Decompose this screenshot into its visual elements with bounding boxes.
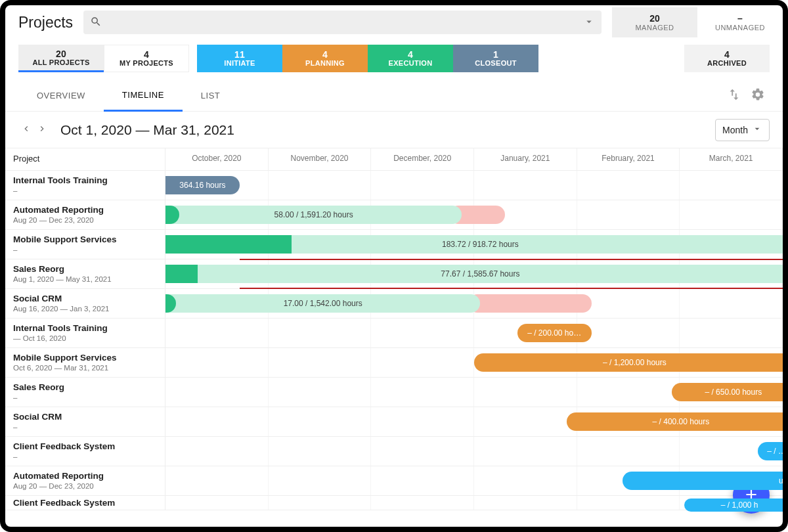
gantt-bar[interactable]: urs xyxy=(623,472,788,490)
project-name: Social CRM xyxy=(13,412,157,422)
project-name: Client Feedback System xyxy=(13,498,157,508)
filter-execution-count: 4 xyxy=(408,50,413,59)
filter-planning-count: 4 xyxy=(322,50,328,59)
filter-archived-label: ARCHIVED xyxy=(707,59,747,67)
filter-all-count: 20 xyxy=(56,49,66,58)
project-cell[interactable]: Internal Tools Training— Oct 16, 2020 xyxy=(5,319,165,347)
project-cell[interactable]: Social CRM– xyxy=(5,407,165,436)
filter-execution[interactable]: 4 EXECUTION xyxy=(368,45,453,72)
month-header: November, 2020 xyxy=(269,148,372,170)
gantt-bar[interactable]: 58.00 / 1,591.20 hours xyxy=(165,206,462,224)
gantt-row: Client Feedback System– / 1,000 h xyxy=(5,496,783,510)
month-header: February, 2021 xyxy=(577,148,680,170)
filter-archived[interactable]: 4 ARCHIVED xyxy=(684,45,770,72)
gantt-bar[interactable]: – / 1,200.00 hours xyxy=(474,353,788,372)
gantt-bar[interactable] xyxy=(165,265,198,283)
month-header: October, 2020 xyxy=(165,148,269,170)
sort-icon xyxy=(727,87,741,104)
project-dates: – xyxy=(13,452,157,461)
project-dates: – xyxy=(13,245,157,254)
project-name: Automated Reporting xyxy=(13,471,157,481)
dropdown-caret-icon[interactable] xyxy=(583,16,595,30)
project-name: Internal Tools Training xyxy=(13,323,157,334)
chevron-right-icon xyxy=(37,123,47,136)
gantt-row: Sales Reorg–– / 650.00 hours xyxy=(5,378,783,407)
gantt-bar[interactable]: – / 200.00 ho… xyxy=(517,324,592,342)
gantt-bar[interactable]: 17.00 / 1,542.00 hours xyxy=(165,294,480,313)
project-cell[interactable]: Automated ReportingAug 20 — Dec 23, 2020 xyxy=(5,466,165,495)
managed-summary[interactable]: 20 MANAGED xyxy=(612,7,697,37)
settings-button[interactable] xyxy=(746,84,770,108)
filter-mine-count: 4 xyxy=(144,50,149,59)
project-name: Automated Reporting xyxy=(13,205,157,215)
project-dates: — Oct 16, 2020 xyxy=(13,334,157,343)
date-range: Oct 1, 2020 — Mar 31, 2021 xyxy=(60,122,234,138)
unmanaged-label: UNMANAGED xyxy=(697,24,783,32)
project-cell[interactable]: Sales ReorgAug 1, 2020 — May 31, 2021 xyxy=(5,259,165,288)
gantt-bar[interactable]: – / 1,000 h xyxy=(684,499,788,512)
unmanaged-summary[interactable]: – UNMANAGED xyxy=(697,7,783,37)
project-name: Mobile Support Services xyxy=(13,353,157,363)
project-cell[interactable]: Client Feedback System– xyxy=(5,437,165,466)
gantt-row: Social CRMAug 16, 2020 — Jan 3, 202117.0… xyxy=(5,289,783,319)
gantt-bar[interactable] xyxy=(165,235,292,254)
project-cell[interactable]: Mobile Support ServicesOct 6, 2020 — Mar… xyxy=(5,348,165,377)
project-cell[interactable]: Automated ReportingAug 20 — Dec 23, 2020 xyxy=(5,200,165,229)
gantt-bar[interactable]: – / … xyxy=(758,442,788,460)
gantt-bar[interactable]: – / 650.00 hours xyxy=(672,383,788,401)
tab-overview[interactable]: OVERVIEW xyxy=(18,80,104,112)
project-cell[interactable]: Sales Reorg– xyxy=(5,378,165,407)
tab-list[interactable]: LIST xyxy=(183,80,238,112)
gantt-bar-label: – / 200.00 ho… xyxy=(517,328,592,338)
tab-timeline[interactable]: TIMELINE xyxy=(104,80,183,112)
gantt-bar-label: – / 400.00 hours xyxy=(567,417,788,426)
gantt-bar-label: – / 1,200.00 hours xyxy=(474,358,788,367)
filter-closeout-count: 1 xyxy=(493,50,498,59)
filter-mine-label: MY PROJECTS xyxy=(120,59,173,67)
filter-closeout-label: CLOSEOUT xyxy=(475,59,517,67)
filter-all-projects[interactable]: 20 ALL PROJECTS xyxy=(18,45,104,72)
gantt-row: Automated ReportingAug 20 — Dec 23, 2020… xyxy=(5,466,783,496)
project-name: Sales Reorg xyxy=(13,264,157,275)
filter-planning[interactable]: 4 PLANNING xyxy=(282,45,368,72)
project-cell[interactable]: Social CRMAug 16, 2020 — Jan 3, 2021 xyxy=(5,289,165,318)
project-cell[interactable]: Client Feedback System xyxy=(5,496,165,510)
gantt-bar[interactable]: 77.67 / 1,585.67 hours xyxy=(165,265,788,283)
chevron-left-icon xyxy=(21,123,32,136)
project-cell[interactable]: Internal Tools Training– xyxy=(5,171,165,200)
filter-initiate[interactable]: 11 INITIATE xyxy=(197,45,282,72)
gantt-row: Client Feedback System–– / … xyxy=(5,437,783,466)
managed-label: MANAGED xyxy=(612,24,697,32)
project-dates: Aug 20 — Dec 23, 2020 xyxy=(13,215,157,225)
next-range-button[interactable] xyxy=(34,122,50,138)
project-name: Internal Tools Training xyxy=(13,175,157,186)
managed-count: 20 xyxy=(612,13,697,24)
search-input[interactable] xyxy=(83,11,602,34)
project-dates: Oct 6, 2020 — Mar 31, 2021 xyxy=(13,363,157,372)
filter-closeout[interactable]: 1 CLOSEOUT xyxy=(453,45,538,72)
gantt-bar-label: – / … xyxy=(758,447,788,456)
project-cell[interactable]: Mobile Support Services– xyxy=(5,230,165,259)
scale-label: Month xyxy=(722,125,748,135)
prev-range-button[interactable] xyxy=(18,122,34,138)
sort-button[interactable] xyxy=(722,84,746,108)
gantt-bar[interactable] xyxy=(468,294,592,313)
gantt-row: Automated ReportingAug 20 — Dec 23, 2020… xyxy=(5,200,783,230)
gantt-row: Internal Tools Training— Oct 16, 2020– /… xyxy=(5,319,783,348)
month-header: March, 2021 xyxy=(680,148,783,170)
project-name: Sales Reorg xyxy=(13,382,157,393)
page-title: Projects xyxy=(18,14,73,32)
project-name: Client Feedback System xyxy=(13,441,157,452)
filter-my-projects[interactable]: 4 MY PROJECTS xyxy=(104,45,189,72)
scale-select[interactable]: Month xyxy=(715,119,770,141)
gantt-row: Sales ReorgAug 1, 2020 — May 31, 202177.… xyxy=(5,259,783,289)
project-dates: – xyxy=(13,186,157,195)
project-dates: Aug 16, 2020 — Jan 3, 2021 xyxy=(13,304,157,313)
unmanaged-count: – xyxy=(697,13,783,24)
month-header: December, 2020 xyxy=(371,148,474,170)
month-header: January, 2021 xyxy=(474,148,577,170)
gantt-bar[interactable]: 364.16 hours xyxy=(165,176,240,194)
project-dates: Aug 20 — Dec 23, 2020 xyxy=(13,481,157,491)
gantt-bar[interactable]: – / 400.00 hours xyxy=(567,412,788,431)
filter-execution-label: EXECUTION xyxy=(389,59,433,67)
